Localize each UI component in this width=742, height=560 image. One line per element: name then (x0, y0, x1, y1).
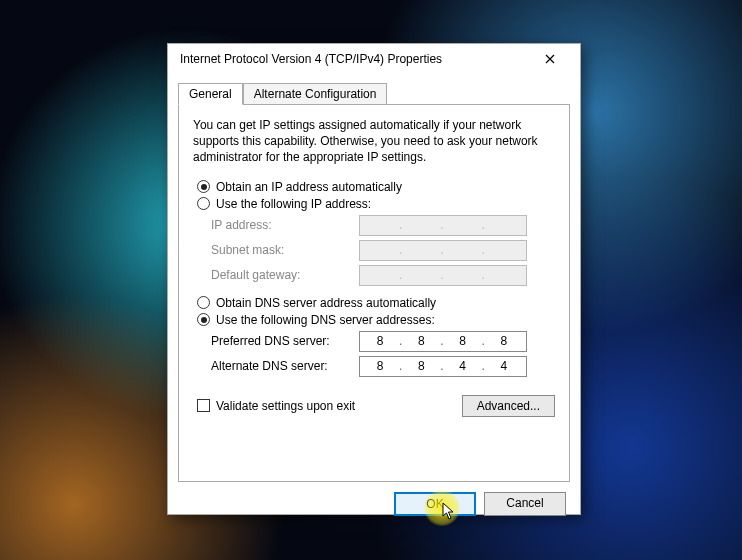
close-button[interactable] (530, 45, 570, 73)
dialog-button-bar: OK Cancel (168, 492, 580, 516)
default-gateway-label: Default gateway: (211, 268, 359, 282)
radio-dns-manual-label: Use the following DNS server addresses: (216, 313, 435, 327)
validate-checkbox-row[interactable]: Validate settings upon exit (197, 399, 355, 413)
tabs-container: General Alternate Configuration (168, 74, 580, 104)
alternate-dns-input[interactable]: 8. 8. 4. 4 (359, 356, 527, 377)
radio-ip-auto-label: Obtain an IP address automatically (216, 180, 402, 194)
ip-address-input: ... (359, 215, 527, 236)
close-icon (545, 54, 555, 64)
ip-address-label: IP address: (211, 218, 359, 232)
alternate-dns-label: Alternate DNS server: (211, 359, 359, 373)
default-gateway-input: ... (359, 265, 527, 286)
tab-content: You can get IP settings assigned automat… (178, 104, 570, 482)
validate-checkbox[interactable] (197, 399, 210, 412)
tab-general[interactable]: General (178, 83, 243, 105)
subnet-mask-input: ... (359, 240, 527, 261)
dns-fields: Preferred DNS server: 8. 8. 8. 8 Alterna… (211, 331, 555, 377)
radio-dns-auto[interactable] (197, 296, 210, 309)
preferred-dns-label: Preferred DNS server: (211, 334, 359, 348)
preferred-dns-input[interactable]: 8. 8. 8. 8 (359, 331, 527, 352)
radio-dns-manual-row[interactable]: Use the following DNS server addresses: (197, 313, 555, 327)
radio-dns-auto-row[interactable]: Obtain DNS server address automatically (197, 296, 555, 310)
ipv4-properties-dialog: Internet Protocol Version 4 (TCP/IPv4) P… (167, 43, 581, 515)
validate-label: Validate settings upon exit (216, 399, 355, 413)
subnet-mask-label: Subnet mask: (211, 243, 359, 257)
radio-dns-manual[interactable] (197, 313, 210, 326)
window-title: Internet Protocol Version 4 (TCP/IPv4) P… (180, 52, 530, 66)
intro-text: You can get IP settings assigned automat… (193, 117, 555, 166)
radio-ip-auto-row[interactable]: Obtain an IP address automatically (197, 180, 555, 194)
radio-ip-manual-label: Use the following IP address: (216, 197, 371, 211)
radio-ip-auto[interactable] (197, 180, 210, 193)
titlebar: Internet Protocol Version 4 (TCP/IPv4) P… (168, 44, 580, 74)
radio-dns-auto-label: Obtain DNS server address automatically (216, 296, 436, 310)
cancel-button[interactable]: Cancel (484, 492, 566, 516)
tab-alternate-configuration[interactable]: Alternate Configuration (243, 83, 388, 105)
radio-ip-manual[interactable] (197, 197, 210, 210)
radio-ip-manual-row[interactable]: Use the following IP address: (197, 197, 555, 211)
ip-fields: IP address: ... Subnet mask: ... Default… (211, 215, 555, 286)
advanced-button[interactable]: Advanced... (462, 395, 555, 417)
ok-button[interactable]: OK (394, 492, 476, 516)
